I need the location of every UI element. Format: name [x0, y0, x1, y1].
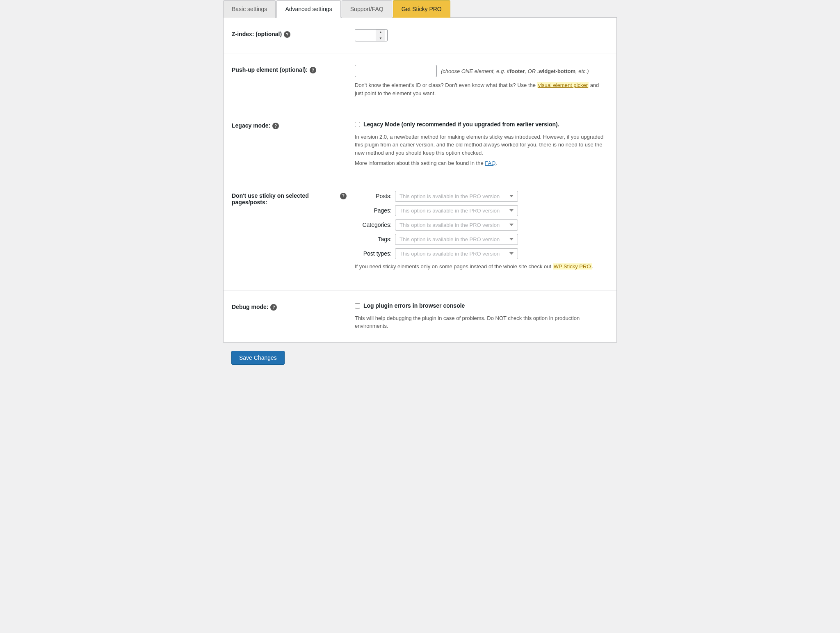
save-section: Save Changes [223, 342, 617, 373]
no-sticky-label: Don't use sticky on selected pages/posts… [232, 191, 347, 206]
tags-select[interactable]: This option is available in the PRO vers… [395, 234, 518, 245]
debug-checkbox[interactable] [355, 303, 360, 309]
tabs-container: Basic settings Advanced settings Support… [223, 0, 617, 18]
pushup-input[interactable] [355, 65, 437, 77]
post-types-dropdown-row: Post types: This option is available in … [355, 248, 608, 259]
pushup-label: Push-up element (optional): ? [232, 65, 347, 73]
zindex-help-icon[interactable]: ? [284, 31, 290, 38]
post-types-select[interactable]: This option is available in the PRO vers… [395, 248, 518, 259]
legacy-description: In version 2.0, a new/better method for … [355, 133, 608, 157]
legacy-help-icon[interactable]: ? [272, 123, 279, 129]
legacy-content: Legacy Mode (only recommended if you upg… [355, 121, 608, 167]
pushup-description: Don't know the element's ID or class? Do… [355, 81, 608, 97]
legacy-faq-text: More information about this setting can … [355, 159, 608, 167]
pages-select[interactable]: This option is available in the PRO vers… [395, 205, 518, 216]
debug-row: Debug mode: ? Log plugin errors in brows… [224, 290, 616, 342]
settings-content: Z-index: (optional) ? ▲ ▼ Push-up elemen… [223, 18, 617, 342]
debug-label: Debug mode: ? [232, 302, 347, 311]
categories-select[interactable]: This option is available in the PRO vers… [395, 219, 518, 231]
no-sticky-help-icon[interactable]: ? [340, 193, 347, 199]
tab-pro[interactable]: Get Sticky PRO [393, 0, 450, 18]
tab-support[interactable]: Support/FAQ [342, 0, 392, 18]
pushup-content: (choose ONE element, e.g. #footer, OR .w… [355, 65, 608, 97]
save-button[interactable]: Save Changes [231, 351, 285, 365]
pages-dropdown-row: Pages: This option is available in the P… [355, 205, 608, 216]
legacy-row: Legacy mode: ? Legacy Mode (only recomme… [224, 109, 616, 179]
pushup-hint: (choose ONE element, e.g. #footer, OR .w… [441, 68, 589, 74]
zindex-label: Z-index: (optional) ? [232, 29, 347, 38]
zindex-row: Z-index: (optional) ? ▲ ▼ [224, 18, 616, 53]
pushup-help-icon[interactable]: ? [310, 67, 316, 73]
posts-select[interactable]: This option is available in the PRO vers… [395, 191, 518, 202]
legacy-checkbox-label[interactable]: Legacy Mode (only recommended if you upg… [355, 121, 608, 129]
tags-dropdown-row: Tags: This option is available in the PR… [355, 234, 608, 245]
visual-element-picker-link[interactable]: visual element picker [537, 82, 589, 88]
posts-dropdown-row: Posts: This option is available in the P… [355, 191, 608, 202]
debug-content: Log plugin errors in browser console Thi… [355, 302, 608, 330]
pushup-input-row: (choose ONE element, e.g. #footer, OR .w… [355, 65, 608, 77]
tab-basic[interactable]: Basic settings [223, 0, 276, 18]
zindex-spinner-buttons: ▲ ▼ [376, 30, 385, 41]
zindex-input[interactable] [355, 30, 376, 41]
debug-description: This will help debugging the plugin in c… [355, 314, 608, 330]
no-sticky-content: Posts: This option is available in the P… [355, 191, 608, 271]
no-sticky-row: Don't use sticky on selected pages/posts… [224, 179, 616, 283]
legacy-checkbox[interactable] [355, 122, 360, 127]
wp-sticky-pro-link[interactable]: WP Sticky PRO [553, 263, 592, 270]
zindex-content: ▲ ▼ [355, 29, 608, 41]
faq-link[interactable]: FAQ [485, 160, 495, 166]
tab-advanced[interactable]: Advanced settings [276, 0, 340, 18]
no-sticky-note: If you need sticky elements only on some… [355, 263, 608, 271]
spacer-row [224, 282, 616, 290]
page-wrapper: Basic settings Advanced settings Support… [223, 0, 617, 373]
zindex-spinner[interactable]: ▲ ▼ [355, 29, 388, 41]
categories-dropdown-row: Categories: This option is available in … [355, 219, 608, 231]
zindex-up-button[interactable]: ▲ [376, 30, 385, 35]
zindex-down-button[interactable]: ▼ [376, 35, 385, 41]
pushup-row: Push-up element (optional): ? (choose ON… [224, 53, 616, 109]
debug-help-icon[interactable]: ? [270, 304, 277, 311]
legacy-label: Legacy mode: ? [232, 121, 347, 129]
debug-checkbox-label[interactable]: Log plugin errors in browser console [355, 302, 608, 310]
